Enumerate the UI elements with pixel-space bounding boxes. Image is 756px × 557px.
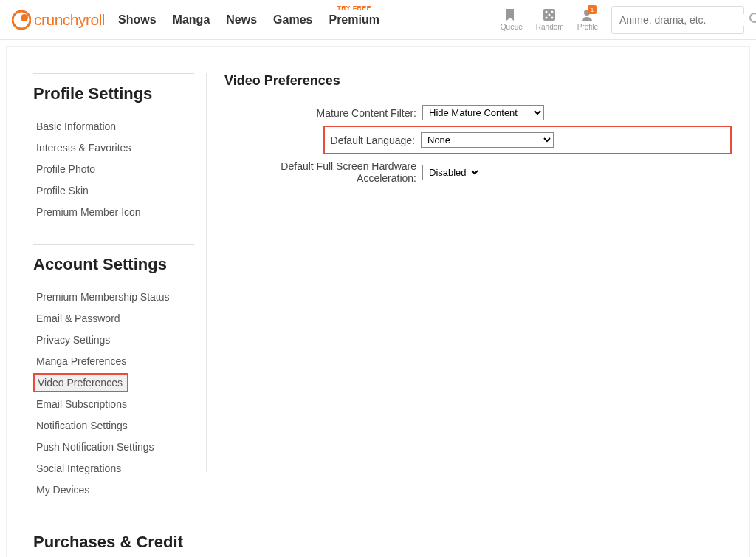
random-button[interactable]: Random [536,8,564,31]
sidebar-item-email-password[interactable]: Email & Password [33,309,194,328]
svg-point-6 [545,17,547,19]
logo-text: crunchyroll [34,11,105,29]
select-mature-content-filter[interactable]: Hide Mature Content [422,105,544,120]
nav-premium-label: Premium [329,13,379,26]
sidebar-section-purchases: Purchases & Credit Order History [33,522,194,557]
sidebar-item-push-notification-settings[interactable]: Push Notification Settings [33,437,194,457]
sidebar-item-social-integrations[interactable]: Social Integrations [33,459,194,478]
profile-button[interactable]: 1 Profile [577,8,598,31]
try-free-label: TRY FREE [329,4,379,12]
nav-news[interactable]: News [226,13,257,27]
notification-badge: 1 [588,5,597,14]
svg-point-3 [545,11,547,13]
select-hardware-acceleration[interactable]: Disabled [422,165,481,180]
sidebar-item-premium-member-icon[interactable]: Premium Member Icon [33,202,194,222]
sidebar-item-profile-photo[interactable]: Profile Photo [33,160,194,179]
crunchyroll-logo-icon [12,10,31,30]
sidebar-item-premium-membership-status[interactable]: Premium Membership Status [33,287,194,307]
sidebar-item-video-preferences[interactable]: Video Preferences [33,373,128,392]
header: crunchyroll Shows Manga News Games TRY F… [0,0,756,40]
sidebar-item-manga-preferences[interactable]: Manga Preferences [33,352,194,371]
svg-point-7 [551,17,553,19]
sidebar-item-email-subscriptions[interactable]: Email Subscriptions [33,394,194,414]
dice-icon [543,8,557,21]
label-hardware-acceleration: Default Full Screen Hardware Acceleratio… [224,160,422,184]
search-input[interactable] [619,14,749,26]
page: Profile Settings Basic Information Inter… [0,46,756,557]
header-right: Queue Random 1 Profile [501,6,744,34]
nav-manga[interactable]: Manga [173,13,210,27]
queue-button[interactable]: Queue [501,8,523,31]
row-default-language: Default Language: None [323,126,732,154]
page-title: Video Preferences [224,73,732,89]
svg-point-4 [551,11,553,13]
svg-point-9 [750,13,756,22]
main-nav: Shows Manga News Games TRY FREE Premium [118,13,379,27]
section-title-account: Account Settings [33,255,194,274]
svg-point-5 [548,14,550,16]
sidebar-item-my-devices[interactable]: My Devices [33,480,194,499]
section-title-profile: Profile Settings [33,84,194,103]
sidebar-item-interests-favorites[interactable]: Interests & Favorites [33,138,194,157]
bookmark-icon [504,8,519,21]
row-mature-content-filter: Mature Content Filter: Hide Mature Conte… [224,105,732,120]
sidebar-item-basic-information[interactable]: Basic Information [33,117,194,136]
sidebar-section-account: Account Settings Premium Membership Stat… [33,244,194,499]
section-title-purchases: Purchases & Credit [33,533,194,552]
sidebar-item-privacy-settings[interactable]: Privacy Settings [33,330,194,349]
search-icon [749,12,756,28]
select-default-language[interactable]: None [421,132,554,148]
random-label: Random [536,23,564,31]
sidebar: Profile Settings Basic Information Inter… [7,47,206,557]
search-box[interactable] [611,6,744,34]
queue-label: Queue [501,23,523,31]
sidebar-item-notification-settings[interactable]: Notification Settings [33,416,194,435]
settings-panel: Profile Settings Basic Information Inter… [6,46,750,557]
nav-shows[interactable]: Shows [118,13,157,27]
label-default-language: Default Language: [325,134,421,146]
row-hardware-acceleration: Default Full Screen Hardware Acceleratio… [224,160,732,184]
main-content: Video Preferences Mature Content Filter:… [207,47,749,557]
nav-premium[interactable]: TRY FREE Premium [329,13,379,27]
profile-label: Profile [577,23,598,31]
svg-point-1 [21,14,28,21]
label-mature-content-filter: Mature Content Filter: [224,107,422,119]
logo[interactable]: crunchyroll [12,10,105,30]
sidebar-section-profile: Profile Settings Basic Information Inter… [33,73,194,222]
nav-games[interactable]: Games [273,13,312,27]
sidebar-item-profile-skin[interactable]: Profile Skin [33,181,194,200]
